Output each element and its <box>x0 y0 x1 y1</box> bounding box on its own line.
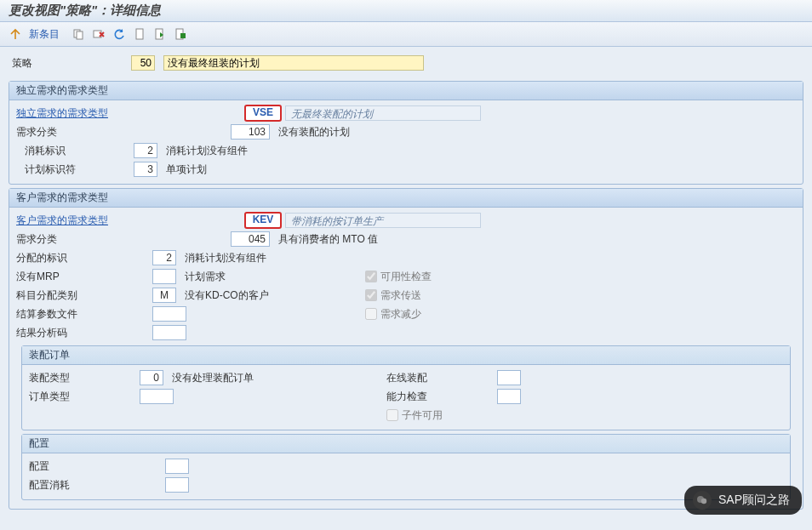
indep-reqclass-label: 需求分类 <box>16 125 231 140</box>
svg-rect-3 <box>136 29 143 39</box>
assembly-type-value: 0 <box>140 370 163 385</box>
panel-cust-req-header: 客户需求的需求类型 <box>9 189 803 208</box>
result-code-value[interactable] <box>152 325 186 340</box>
strategy-label: 策略 <box>12 56 123 71</box>
cust-reqtype-link[interactable]: 客户需求的需求类型 <box>16 214 246 228</box>
header-row: 策略 <box>0 47 812 77</box>
consume-flag-label: 消耗标识 <box>25 144 134 158</box>
strategy-code-input[interactable] <box>131 55 155 71</box>
config-consume-value[interactable] <box>165 477 189 493</box>
settlement-file-value[interactable] <box>152 306 186 322</box>
cust-reqclass-desc: 具有消费者的 MTO 值 <box>278 232 378 247</box>
cust-reqtype-value[interactable]: KEV <box>244 212 282 229</box>
indep-reqtype-value[interactable]: VSE <box>244 105 282 122</box>
svg-rect-1 <box>77 31 83 39</box>
indep-reqclass-value: 103 <box>231 124 270 140</box>
order-type-label: 订单类型 <box>29 390 140 404</box>
copy-icon[interactable] <box>70 26 87 43</box>
alloc-flag-desc: 消耗计划没有组件 <box>185 251 266 265</box>
alloc-flag-value: 2 <box>152 250 176 265</box>
panel-indep-req-header: 独立需求的需求类型 <box>9 82 803 100</box>
watermark-text: SAP顾问之路 <box>718 493 790 508</box>
wechat-icon <box>693 491 712 510</box>
delete-icon[interactable] <box>90 26 107 43</box>
nomrp-label: 没有MRP <box>16 270 152 284</box>
panel-assembly-order: 装配订单 装配类型 0 没有处理装配订单 订单类型 <box>21 345 791 430</box>
page-title: 更改视图"策略"：详细信息 <box>0 0 812 22</box>
online-asm-value[interactable] <box>497 370 521 385</box>
new-entry-button[interactable]: 新条目 <box>29 27 60 42</box>
capacity-check-value[interactable] <box>497 389 521 404</box>
panel-config-header: 配置 <box>22 435 790 453</box>
expand-icon[interactable] <box>172 26 189 43</box>
config-value[interactable] <box>165 459 189 474</box>
child-avail-checkbox <box>386 409 398 421</box>
req-xfer-label: 需求传送 <box>380 288 421 303</box>
panel-cust-req: 客户需求的需求类型 客户需求的需求类型 KEV 带消耗的按订单生产 需求分类 0… <box>9 188 803 510</box>
svg-rect-6 <box>180 33 186 38</box>
plan-flag-desc: 单项计划 <box>166 162 207 177</box>
account-cat-label: 科目分配类别 <box>16 288 152 303</box>
nomrp-value[interactable] <box>152 269 176 284</box>
consume-flag-desc: 消耗计划没有组件 <box>166 144 248 158</box>
indep-reqclass-desc: 没有装配的计划 <box>278 125 350 140</box>
req-reduce-checkbox <box>365 308 377 320</box>
cust-reqclass-label: 需求分类 <box>16 232 231 247</box>
consume-flag-value: 2 <box>134 143 157 158</box>
settlement-file-label: 结算参数文件 <box>16 307 152 322</box>
online-asm-label: 在线装配 <box>386 371 497 385</box>
req-xfer-checkbox <box>365 289 377 301</box>
order-type-value[interactable] <box>140 389 174 404</box>
plan-flag-label: 计划标识符 <box>25 162 134 177</box>
toggle-tree-icon[interactable] <box>7 26 24 43</box>
avail-check-checkbox <box>365 271 377 282</box>
next-page-icon[interactable] <box>152 26 169 43</box>
panel-assembly-order-header: 装配订单 <box>22 346 790 365</box>
account-cat-desc: 没有KD-CO的客户 <box>185 288 269 303</box>
strategy-desc-input[interactable] <box>163 55 424 71</box>
undo-icon[interactable] <box>111 26 128 43</box>
page-icon[interactable] <box>131 26 148 43</box>
account-cat-value: M <box>152 288 176 303</box>
capacity-check-label: 能力检查 <box>386 390 497 404</box>
child-avail-label: 子件可用 <box>402 408 443 423</box>
panel-indep-req: 独立需求的需求类型 独立需求的需求类型 VSE 无最终装配的计划 需求分类 10… <box>9 81 803 185</box>
cust-reqtype-desc: 带消耗的按订单生产 <box>285 213 481 228</box>
svg-point-8 <box>701 499 706 504</box>
avail-check-label: 可用性检查 <box>380 270 432 284</box>
cust-reqclass-value: 045 <box>231 231 270 247</box>
planreq-label: 计划需求 <box>185 270 226 284</box>
req-reduce-label: 需求减少 <box>380 307 421 322</box>
config-label: 配置 <box>29 459 165 474</box>
assembly-type-label: 装配类型 <box>29 371 140 385</box>
indep-reqtype-link[interactable]: 独立需求的需求类型 <box>16 106 246 121</box>
result-code-label: 结果分析码 <box>16 326 152 340</box>
plan-flag-value: 3 <box>134 162 157 177</box>
assembly-type-desc: 没有处理装配订单 <box>172 371 254 385</box>
toolbar: 新条目 <box>0 22 812 47</box>
watermark: SAP顾问之路 <box>684 486 802 515</box>
panel-config: 配置 配置 配置消耗 <box>21 434 791 500</box>
indep-reqtype-desc: 无最终装配的计划 <box>285 105 481 121</box>
alloc-flag-label: 分配的标识 <box>16 251 152 265</box>
config-consume-label: 配置消耗 <box>29 478 165 493</box>
